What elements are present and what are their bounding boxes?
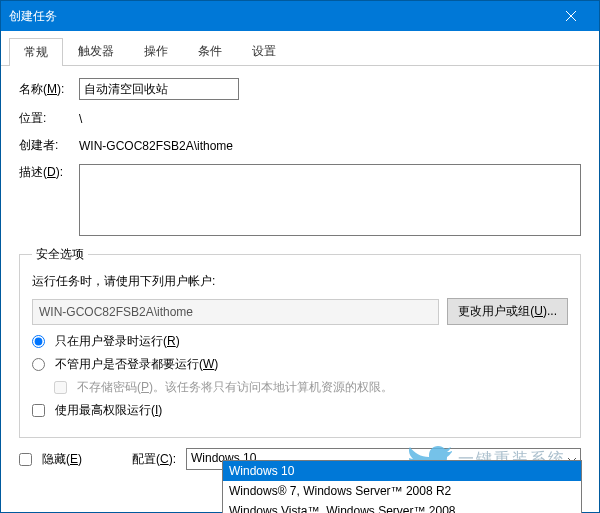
hidden-row: 隐藏(E) [19,451,82,468]
name-row: 名称(M): [19,78,581,100]
user-account-display: WIN-GCOC82FSB2A\ithome [32,299,439,325]
name-input[interactable] [79,78,239,100]
description-label: 描述(D): [19,164,79,181]
name-label: 名称(M): [19,81,79,98]
tab-actions[interactable]: 操作 [129,37,183,65]
window-title: 创建任务 [9,8,57,25]
description-input[interactable] [79,164,581,236]
author-row: 创建者: WIN-GCOC82FSB2A\ithome [19,137,581,154]
dropdown-item[interactable]: Windows Vista™, Windows Server™ 2008 [223,501,581,513]
no-password-label: 不存储密码(P)。该任务将只有访问本地计算机资源的权限。 [77,379,393,396]
radio-logged-on-row: 只在用户登录时运行(R) [32,333,568,350]
security-legend: 安全选项 [32,246,88,263]
close-icon [566,11,576,21]
tab-conditions[interactable]: 条件 [183,37,237,65]
location-value: \ [79,112,82,126]
tab-content: 名称(M): 位置: \ 创建者: WIN-GCOC82FSB2A\ithome… [1,66,599,480]
config-label: 配置(C): [132,451,176,468]
radio-logged-on-label[interactable]: 只在用户登录时运行(R) [55,333,180,350]
user-row: WIN-GCOC82FSB2A\ithome 更改用户或组(U)... [32,298,568,325]
radio-any-time-label[interactable]: 不管用户是否登录都要运行(W) [55,356,218,373]
hidden-checkbox[interactable] [19,453,32,466]
location-row: 位置: \ [19,110,581,127]
run-as-label: 运行任务时，请使用下列用户帐户: [32,273,568,290]
description-row: 描述(D): [19,164,581,236]
tab-triggers[interactable]: 触发器 [63,37,129,65]
radio-logged-on[interactable] [32,335,45,348]
radio-any-time[interactable] [32,358,45,371]
highest-priv-label[interactable]: 使用最高权限运行(I) [55,402,162,419]
author-label: 创建者: [19,137,79,154]
tab-settings[interactable]: 设置 [237,37,291,65]
tab-strip: 常规 触发器 操作 条件 设置 [1,31,599,66]
close-button[interactable] [551,1,591,31]
highest-priv-row: 使用最高权限运行(I) [32,402,568,419]
change-user-button[interactable]: 更改用户或组(U)... [447,298,568,325]
no-password-row: 不存储密码(P)。该任务将只有访问本地计算机资源的权限。 [54,379,568,396]
hidden-label[interactable]: 隐藏(E) [42,451,82,468]
radio-any-time-row: 不管用户是否登录都要运行(W) [32,356,568,373]
configure-for-dropdown: Windows 10 Windows® 7, Windows Server™ 2… [222,460,582,513]
titlebar: 创建任务 [1,1,599,31]
highest-priv-checkbox[interactable] [32,404,45,417]
no-password-checkbox [54,381,67,394]
author-value: WIN-GCOC82FSB2A\ithome [79,139,233,153]
security-options-group: 安全选项 运行任务时，请使用下列用户帐户: WIN-GCOC82FSB2A\it… [19,246,581,438]
tab-general[interactable]: 常规 [9,38,63,66]
dropdown-item[interactable]: Windows® 7, Windows Server™ 2008 R2 [223,481,581,501]
location-label: 位置: [19,110,79,127]
dropdown-item[interactable]: Windows 10 [223,461,581,481]
